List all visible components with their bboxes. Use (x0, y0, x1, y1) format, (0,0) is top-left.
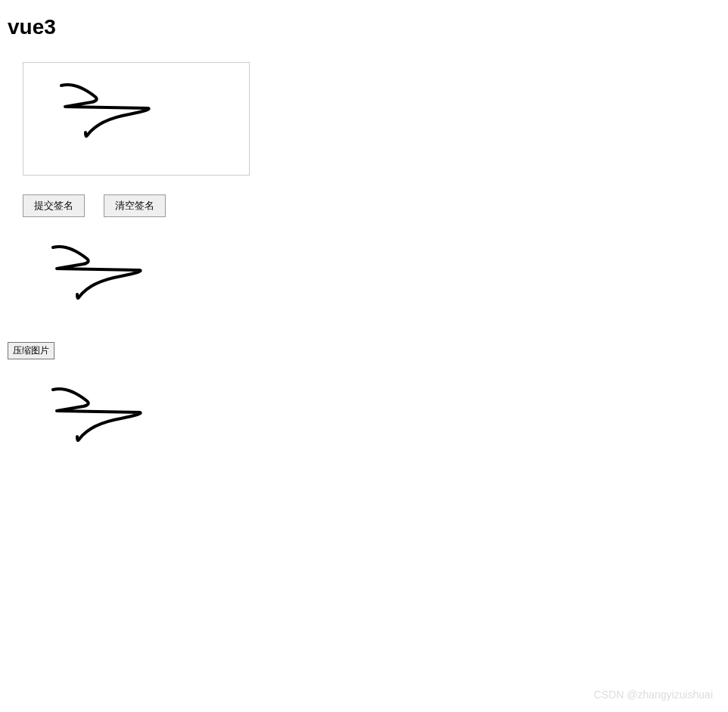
preview-signature-stroke (53, 247, 141, 298)
signature-stroke (61, 85, 149, 136)
button-row: 提交签名 清空签名 (23, 194, 720, 217)
compressed-signature-stroke (53, 389, 141, 440)
signature-canvas[interactable] (23, 62, 250, 176)
clear-signature-button[interactable]: 清空签名 (104, 194, 166, 217)
page-title: vue3 (8, 15, 720, 39)
signature-preview-image (30, 236, 182, 312)
signature-drawing (23, 63, 250, 176)
compressed-signature-drawing (30, 378, 182, 454)
submit-signature-button[interactable]: 提交签名 (23, 194, 85, 217)
signature-canvas-container (23, 62, 720, 176)
compressed-image (30, 378, 182, 454)
compress-button-container: 压缩图片 (8, 342, 720, 359)
preview-signature-drawing (30, 236, 182, 312)
compress-image-button[interactable]: 压缩图片 (8, 342, 54, 359)
watermark-text: CSDN @zhangyizuishuai (594, 689, 713, 701)
